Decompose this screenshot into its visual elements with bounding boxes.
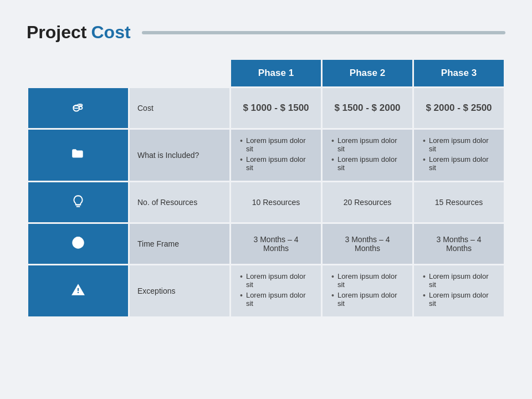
value-cell-4-1: Lorem ipsum dolor sitLorem ipsum dolor s… [323, 265, 412, 316]
svg-rect-13 [78, 288, 79, 290]
header-row: Phase 1 Phase 2 Phase 3 [28, 60, 504, 86]
table-row-1: What is Included?Lorem ipsum dolor sitLo… [28, 130, 504, 181]
table-row-3: Time Frame3 Months – 4 Months3 Months – … [28, 224, 504, 264]
title-highlight: Cost [91, 22, 130, 42]
bullet-item-1-2-1: Lorem ipsum dolor sit [423, 155, 495, 172]
value-cell-0-0: $ 1000 - $ 1500 [231, 88, 321, 128]
bullet-item-4-2-0: Lorem ipsum dolor sit [423, 272, 495, 289]
bullet-list-1-2: Lorem ipsum dolor sitLorem ipsum dolor s… [423, 136, 495, 172]
bullet-list-1-0: Lorem ipsum dolor sitLorem ipsum dolor s… [240, 136, 312, 172]
bullet-item-4-2-1: Lorem ipsum dolor sit [423, 291, 495, 308]
bullet-item-1-1-0: Lorem ipsum dolor sit [331, 136, 403, 153]
bullet-item-4-0-1: Lorem ipsum dolor sit [240, 291, 312, 308]
value-cell-1-2: Lorem ipsum dolor sitLorem ipsum dolor s… [414, 130, 504, 181]
value-cell-1-1: Lorem ipsum dolor sitLorem ipsum dolor s… [323, 130, 412, 181]
icon-cell-1 [28, 130, 128, 181]
cost-value-2: $ 2000 - $ 2500 [426, 103, 492, 113]
value-cell-4-0: Lorem ipsum dolor sitLorem ipsum dolor s… [231, 265, 321, 316]
cost-table: Phase 1 Phase 2 Phase 3 Cost$ 1000 - $ 1… [27, 58, 505, 318]
table-row-4: ExceptionsLorem ipsum dolor sitLorem ips… [28, 265, 504, 316]
value-cell-2-0: 10 Resources [231, 182, 321, 222]
table-row-0: Cost$ 1000 - $ 1500$ 1500 - $ 2000$ 2000… [28, 88, 504, 128]
bullet-list-4-1: Lorem ipsum dolor sitLorem ipsum dolor s… [331, 272, 403, 308]
label-cell-0: Cost [130, 88, 229, 128]
icon-cell-3 [28, 224, 128, 264]
phase-3-header: Phase 3 [414, 60, 504, 86]
phase-1-header: Phase 1 [231, 60, 321, 86]
bullet-list-1-1: Lorem ipsum dolor sitLorem ipsum dolor s… [331, 136, 403, 172]
phase-2-header: Phase 2 [323, 60, 412, 86]
bullet-list-4-0: Lorem ipsum dolor sitLorem ipsum dolor s… [240, 272, 312, 308]
bullet-item-4-1-1: Lorem ipsum dolor sit [331, 291, 403, 308]
value-cell-4-2: Lorem ipsum dolor sitLorem ipsum dolor s… [414, 265, 504, 316]
value-cell-2-1: 20 Resources [323, 182, 412, 222]
svg-rect-14 [78, 291, 79, 293]
title-row: ProjectCost [27, 22, 505, 43]
value-cell-1-0: Lorem ipsum dolor sitLorem ipsum dolor s… [231, 130, 321, 181]
label-cell-2: No. of Resources [130, 182, 229, 222]
bullet-item-4-0-0: Lorem ipsum dolor sit [240, 272, 312, 289]
bullet-item-1-1-1: Lorem ipsum dolor sit [331, 155, 403, 172]
value-cell-3-0: 3 Months – 4 Months [231, 224, 321, 264]
icon-cell-0 [28, 88, 128, 128]
cost-value-0: $ 1000 - $ 1500 [243, 103, 309, 113]
label-cell-3: Time Frame [130, 224, 229, 264]
header-icon-col [28, 60, 128, 86]
label-cell-1: What is Included? [130, 130, 229, 181]
bullet-item-1-0-1: Lorem ipsum dolor sit [240, 155, 312, 172]
value-cell-2-2: 15 Resources [414, 182, 504, 222]
value-cell-0-1: $ 1500 - $ 2000 [323, 88, 412, 128]
cost-value-1: $ 1500 - $ 2000 [334, 103, 400, 113]
page-title: ProjectCost [27, 22, 131, 43]
bullet-item-1-2-0: Lorem ipsum dolor sit [423, 136, 495, 153]
value-cell-3-2: 3 Months – 4 Months [414, 224, 504, 264]
title-plain: Project [27, 22, 86, 42]
bullet-list-4-2: Lorem ipsum dolor sitLorem ipsum dolor s… [423, 272, 495, 308]
icon-cell-2 [28, 182, 128, 222]
value-cell-3-1: 3 Months – 4 Months [323, 224, 412, 264]
value-cell-0-2: $ 2000 - $ 2500 [414, 88, 504, 128]
bullet-item-1-0-0: Lorem ipsum dolor sit [240, 136, 312, 153]
label-cell-4: Exceptions [130, 265, 229, 316]
table-row-2: No. of Resources10 Resources20 Resources… [28, 182, 504, 222]
header-label-col [130, 60, 229, 86]
icon-cell-4 [28, 265, 128, 316]
bullet-item-4-1-0: Lorem ipsum dolor sit [331, 272, 403, 289]
title-bar [142, 31, 505, 34]
